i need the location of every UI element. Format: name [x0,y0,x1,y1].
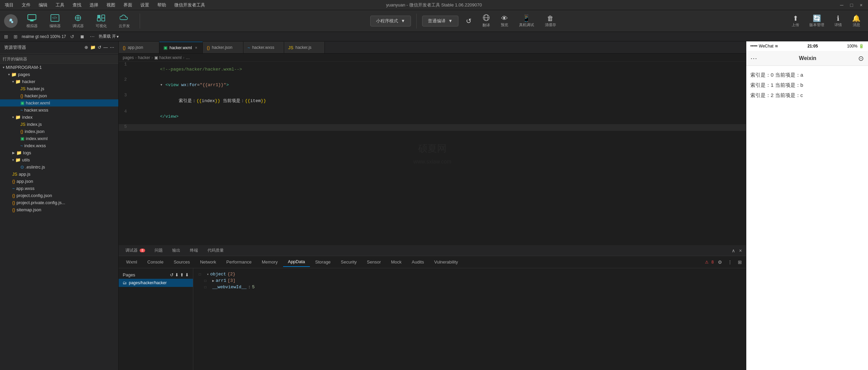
compile-selector[interactable]: 普通编译 ▼ [422,16,458,26]
sidebar-item-index-wxss[interactable]: ~ index.wxss [0,142,118,149]
refresh-pages-icon[interactable]: ↺ [170,272,174,277]
close-panel-button[interactable]: × [738,247,743,254]
sidebar-item-index-wxml[interactable]: ▣ index.wxml [0,135,118,142]
sidebar-item-hacker-js[interactable]: JS hacker.js [0,85,118,92]
tab-appdata[interactable]: AppData [283,257,310,267]
root-folder[interactable]: ▾ MINIPROGRAM-1 [0,64,118,71]
hacker-wxml-close-button[interactable]: × [194,45,198,51]
devtools-tab-debug[interactable]: 调试器 8 [121,246,149,255]
devtools-tab-output[interactable]: 输出 [168,246,184,255]
refresh-tree-icon[interactable]: ↺ [98,45,101,50]
sidebar-item-index-json[interactable]: {} index.json [0,128,118,135]
sidebar-item-eslintrc[interactable]: ⊙ .eslintrc.js [0,163,118,171]
expand-arr1-icon[interactable]: ▶ [212,279,214,283]
new-folder-icon[interactable]: 📁 [90,45,96,50]
more-sidebar-icon[interactable]: ⋯ [110,45,114,50]
tab-audits[interactable]: Audits [407,257,429,267]
visual-button[interactable]: 可视化 [92,12,110,30]
refresh-button[interactable]: ↺ [462,16,475,26]
inspector-settings-icon[interactable]: ⚙ [716,259,724,266]
cb-object[interactable]: ☐ [199,272,205,277]
sidebar-item-sitemap[interactable]: {} sitemap.json [0,206,118,213]
cloud-button[interactable]: 云开发 [115,12,133,30]
sidebar-item-app-wxss[interactable]: ~ app.wxss [0,185,118,192]
breadcrumb-pages[interactable]: pages [123,55,134,60]
menu-item[interactable]: 项目 [3,1,15,9]
expand-object-icon[interactable]: ▾ [207,272,209,276]
tab-sources[interactable]: Sources [169,257,195,267]
tab-wxml[interactable]: Wxml [121,257,142,267]
sidebar-item-hacker[interactable]: ▾ 📁 hacker [0,78,118,85]
menu-item[interactable]: 微信开发者工具 [173,1,206,9]
sidebar-item-project-config[interactable]: {} project.config.json [0,192,118,199]
real-debug-button[interactable]: 📱 真机调试 [516,13,537,29]
breadcrumb-file[interactable]: hacker.wxml [159,55,182,60]
menu-item[interactable]: 查找 [71,1,83,9]
inspector-more-icon[interactable]: ⋮ [726,259,734,266]
stop-button[interactable]: ⏹ [78,33,86,40]
mode-selector[interactable]: 小程序模式 ▼ [370,16,411,26]
layout-toggle-button[interactable]: ⊞ [3,33,9,40]
new-file-icon[interactable]: ⊕ [84,45,88,50]
menu-item[interactable]: 帮助 [156,1,167,9]
tab-security[interactable]: Security [336,257,361,267]
sidebar-item-pages[interactable]: ▾ 📁 pages [0,71,118,78]
cb-arr1[interactable]: ☐ [204,278,211,283]
sidebar-item-hacker-wxss[interactable]: ~ hacker.wxss [0,106,118,114]
menu-item[interactable]: 编辑 [37,1,49,9]
tab-console[interactable]: Console [143,257,169,267]
tab-memory[interactable]: Memory [257,257,282,267]
menu-item[interactable]: 界面 [122,1,134,9]
maximize-button[interactable]: □ [848,2,855,8]
sidebar-item-app-js[interactable]: JS app.js [0,171,118,178]
debug-button[interactable]: 调试器 [69,12,87,30]
sidebar-item-index[interactable]: ▾ 📁 index [0,114,118,121]
detail-button[interactable]: ℹ 详情 [831,13,845,29]
page-item-hacker[interactable]: 🗂 pages/hacker/hacker [119,279,193,287]
devtools-tab-quality[interactable]: 代码质量 [203,246,228,255]
breadcrumb-more[interactable]: … [186,55,190,60]
add-page-icon[interactable]: ⬆ [180,272,184,277]
tab-sensor[interactable]: Sensor [362,257,386,267]
tab-hacker-js[interactable]: JS hacker.js [284,42,325,53]
simulator-button[interactable]: 模拟器 [23,12,41,30]
clear-cache-button[interactable]: 🗑 清缓存 [541,13,559,29]
zoom-out-button[interactable]: ⊞ [12,33,19,40]
tab-performance[interactable]: Performance [222,257,256,267]
tab-storage[interactable]: Storage [311,257,336,267]
translate-button[interactable]: 翻译 [479,13,493,29]
menu-item[interactable]: 工具 [54,1,66,9]
cb-webviewid[interactable]: ☐ [204,285,211,290]
menu-item[interactable]: 文件 [20,1,32,9]
tab-vulnerability[interactable]: Vulnerability [429,257,462,267]
close-button[interactable]: × [858,2,865,8]
preview-button[interactable]: 👁 预览 [497,13,512,29]
tab-network[interactable]: Network [195,257,221,267]
tab-app-json[interactable]: {} app.json [119,42,159,53]
sidebar-item-app-json[interactable]: {} app.json [0,178,118,185]
tab-hacker-wxss[interactable]: ~ hacker.wxss [243,42,284,53]
inspector-close-panel-icon[interactable]: ⊞ [736,259,743,266]
back-button[interactable]: ↺ [69,33,76,40]
sidebar-item-utils[interactable]: ▾ 📁 utils [0,156,118,163]
more-options-button[interactable]: ⋯ [88,33,96,40]
sidebar-item-project-private[interactable]: {} project.private.config.js... [0,199,118,206]
sidebar-item-logs[interactable]: ▶ 📁 logs [0,149,118,156]
sidebar-item-hacker-json[interactable]: {} hacker.json [0,92,118,99]
sidebar-item-hacker-wxml[interactable]: ▣ hacker.wxml [0,99,118,106]
devtools-tab-problem[interactable]: 问题 [151,246,167,255]
minimize-button[interactable]: ─ [838,2,845,8]
devtools-tab-terminal[interactable]: 终端 [186,246,202,255]
notify-button[interactable]: 🔔 消息 [849,13,864,29]
sidebar-item-index-js[interactable]: JS index.js [0,121,118,128]
collapse-pages-icon[interactable]: ⬇ [185,272,189,277]
upload-button[interactable]: ⬆ 上传 [788,13,803,29]
phone-home-icon[interactable]: ⊙ [858,54,864,62]
collapse-panel-button[interactable]: ∧ [730,247,736,254]
menu-item[interactable]: 设置 [139,1,151,9]
expand-pages-icon[interactable]: ⬇ [175,272,179,277]
breadcrumb-hacker[interactable]: hacker [138,55,150,60]
menu-item[interactable]: 选择 [88,1,100,9]
open-editors-label[interactable]: 打开的编辑器 [0,55,118,64]
tab-hacker-json[interactable]: {} hacker.json [203,42,243,53]
